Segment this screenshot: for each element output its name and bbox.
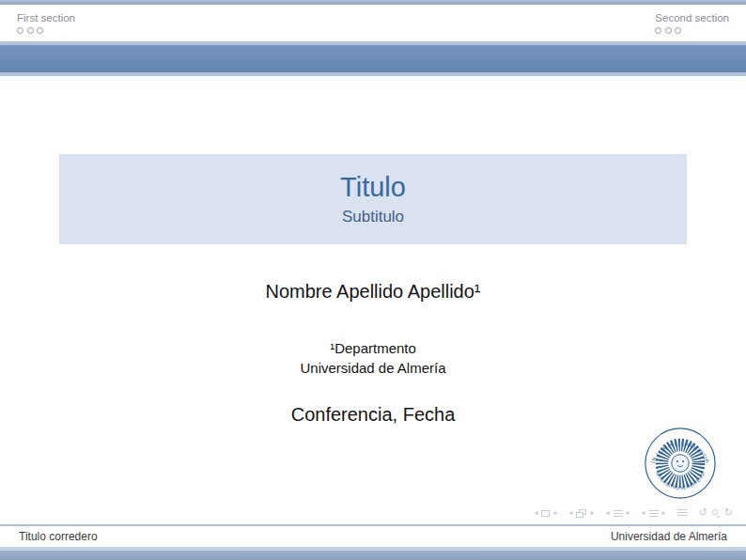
section-link-first[interactable]: First section	[17, 11, 75, 24]
history-nav-group: ↺ ↻	[699, 507, 733, 519]
miniframe-dot[interactable]	[37, 27, 43, 34]
institute-block: ¹Departmento Universidad de Almería	[0, 338, 746, 378]
frame-next-icon[interactable]: ▸	[590, 508, 594, 518]
header-light-strip-bottom	[0, 72, 746, 76]
institute-department: ¹Departmento	[0, 338, 746, 358]
section-nav-right: Second section	[655, 11, 729, 34]
footer: Titulo corredero Universidad de Almería	[0, 526, 746, 547]
section-nav-group: ◂ ▸	[642, 508, 666, 518]
miniframe-dot[interactable]	[17, 27, 23, 34]
section-link-second[interactable]: Second section	[655, 11, 729, 24]
subsection-next-icon[interactable]: ▸	[627, 508, 630, 518]
subsection-nav-group: ◂ ▸	[606, 508, 630, 518]
author-name: Nombre Apellido Apellido¹	[0, 281, 746, 303]
appendix-icon[interactable]	[677, 509, 688, 517]
miniframe-dot[interactable]	[27, 27, 34, 34]
miniframe-dots-first	[17, 27, 75, 34]
frame-prev-icon[interactable]: ◂	[568, 508, 572, 518]
university-seal-logo: IN LUMINE SAPIENTIA VNIVERSITAS ALMERIEN…	[644, 427, 717, 500]
header-main-bar	[0, 45, 746, 72]
miniframe-dot[interactable]	[675, 27, 681, 34]
slide-nav-group: ◂ ▸	[534, 508, 557, 518]
frame-nav-group: ◂ ▸	[568, 508, 594, 518]
footer-short-title: Titulo corredero	[19, 530, 98, 543]
footer-bottom-bar	[0, 551, 746, 560]
go-back-icon[interactable]: ↺	[699, 507, 707, 519]
miniframe-dot[interactable]	[655, 27, 661, 34]
miniframe-dot[interactable]	[665, 27, 672, 34]
frame-icon[interactable]	[576, 509, 586, 518]
university-seal-icon: IN LUMINE SAPIENTIA VNIVERSITAS ALMERIEN…	[644, 427, 717, 500]
title-box: Titulo Subtitulo	[59, 154, 687, 244]
navigation-symbols: ◂ ▸ ◂ ▸ ◂ ▸ ◂ ▸ ↺ ↻	[534, 506, 733, 520]
footer-institution: Universidad de Almería	[611, 530, 727, 543]
section-icon[interactable]	[649, 510, 659, 517]
subsection-prev-icon[interactable]: ◂	[606, 508, 610, 518]
subsection-icon[interactable]	[614, 510, 623, 517]
slide-icon[interactable]	[541, 510, 550, 517]
conference-date: Conferencia, Fecha	[0, 404, 746, 426]
presentation-subtitle: Subtitulo	[342, 209, 404, 226]
section-next-icon[interactable]: ▸	[662, 508, 666, 518]
slide-next-icon[interactable]: ▸	[553, 508, 557, 518]
section-nav-left: First section	[17, 11, 75, 34]
top-accent-bar	[0, 0, 746, 5]
institute-university: Universidad de Almería	[0, 358, 746, 378]
appendix-nav-group	[677, 509, 688, 517]
beamer-title-slide: First section Second section Titulo Subt…	[0, 0, 746, 560]
presentation-title: Titulo	[340, 173, 406, 203]
search-icon[interactable]	[711, 508, 721, 518]
section-prev-icon[interactable]: ◂	[642, 508, 645, 518]
go-forward-icon[interactable]: ↻	[724, 507, 733, 519]
slide-prev-icon[interactable]: ◂	[534, 508, 537, 518]
miniframe-dots-second	[655, 27, 729, 34]
